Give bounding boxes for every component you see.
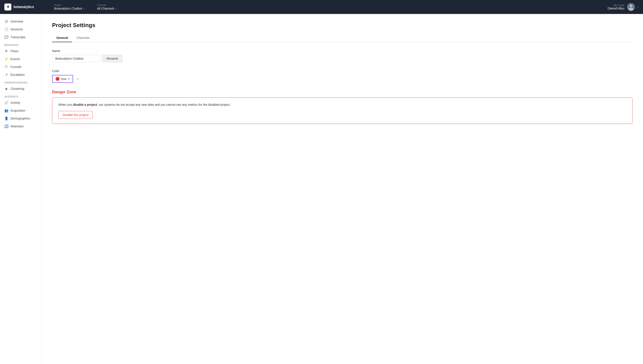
sidebar-item-sessions[interactable]: 🕐 Sessions [0,25,41,33]
section-label-understanding: UNDERSTANDING [0,79,41,85]
sidebar-item-demographics[interactable]: 👤 Demographics [0,114,41,122]
sidebar-item-activity[interactable]: 📈 Activity [0,99,41,106]
profile-info: My Profile Dawud Aliyu [607,4,624,10]
sidebar-item-flows[interactable]: ⟳ Flows [0,47,41,55]
sidebar-label-retention: Retention [11,124,24,128]
sidebar-item-events[interactable]: ⚡ Events [0,55,41,63]
escalation-icon: ↗ [4,73,8,77]
sidebar-label-clustering: Clustering [11,87,24,90]
overview-icon: ⊡ [4,20,8,24]
name-input[interactable] [52,55,100,62]
sidebar-label-transcripts: Transcripts [11,36,26,39]
svg-point-2 [628,8,633,11]
profile-label: My Profile [607,4,624,6]
color-field-group: Color Red ▾ ← [52,69,632,83]
svg-point-1 [630,4,632,7]
channel-name: All Channels [97,7,114,10]
sidebar-label-demographics: Demographics [11,117,30,120]
tabs-bar: General Channels [52,34,632,42]
main-layout: ⊡ Overview 🕐 Sessions 💬 Transcripts BEHA… [0,14,643,364]
nav-separator-2 [91,3,91,11]
profile-dropdown-arrow[interactable]: ▾ [637,6,639,8]
channel-dropdown-arrow: ▾ [116,7,117,10]
color-value-label: Red [61,77,67,80]
retention-icon: 🔄 [4,124,8,128]
color-dropdown-arrow: ▾ [68,77,70,80]
rename-button[interactable]: Rename [102,55,122,62]
profile-name: Dawud Aliyu [607,6,624,10]
project-value-row: Botanalytics Chatbot ▾ [54,7,84,10]
color-row: Red ▾ ← [52,75,632,83]
sidebar-label-overview: Overview [11,20,23,23]
avatar[interactable] [627,3,635,11]
top-navigation: ✦ botanalytics Project Botanalytics Chat… [0,0,643,14]
name-field-group: Name Rename [52,49,632,62]
danger-zone-description: When you disable a project, our systems … [58,102,626,107]
sidebar-label-sessions: Sessions [11,28,23,31]
danger-zone-highlight: disable a project [73,103,97,106]
sidebar-label-escalation: Escalation [11,73,25,76]
tab-channels[interactable]: Channels [72,34,94,42]
sidebar-label-acquisition: Acquisition [11,109,25,112]
sidebar-item-overview[interactable]: ⊡ Overview [0,18,41,25]
sidebar-item-funnels[interactable]: ▽ Funnels [0,63,41,71]
danger-zone-title: Danger Zone [52,90,632,94]
clustering-icon: ◈ [4,87,8,91]
sidebar: ⊡ Overview 🕐 Sessions 💬 Transcripts BEHA… [0,14,42,364]
sessions-icon: 🕐 [4,27,8,31]
activity-icon: 📈 [4,101,8,105]
sidebar-item-retention[interactable]: 🔄 Retention [0,122,41,130]
tab-general[interactable]: General [52,34,72,42]
channel-label: Channel [97,4,123,6]
channel-dropdown[interactable]: Channel All Channels ▾ [93,2,128,12]
funnels-icon: ▽ [4,65,8,69]
danger-zone-box: When you disable a project, our systems … [52,98,632,124]
project-dropdown[interactable]: Project Botanalytics Chatbot ▾ [50,2,89,12]
section-label-behavior: BEHAVIOR [0,41,41,47]
brand-name: botanalytics [14,5,34,9]
color-dot-red [56,77,60,81]
project-label: Project [54,4,84,6]
sidebar-item-clustering[interactable]: ◈ Clustering [0,85,41,93]
events-icon: ⚡ [4,57,8,61]
name-label: Name [52,49,632,53]
flows-icon: ⟳ [4,49,8,53]
sidebar-item-transcripts[interactable]: 💬 Transcripts [0,33,41,41]
sidebar-label-funnels: Funnels [11,65,22,68]
logo-icon: ✦ [4,4,11,10]
sidebar-label-flows: Flows [11,50,19,53]
acquisition-icon: 👥 [4,108,8,112]
demographics-icon: 👤 [4,116,8,120]
logo-area: ✦ botanalytics [4,4,46,10]
sidebar-item-acquisition[interactable]: 👥 Acquisition [0,106,41,114]
danger-zone-section: Danger Zone When you disable a project, … [52,90,632,124]
transcripts-icon: 💬 [4,35,8,39]
color-label: Color [52,69,632,73]
color-arrow-indicator: ← [76,77,80,81]
section-label-audience: AUDIENCE [0,93,41,99]
disable-project-button[interactable]: Disable this project [58,111,93,119]
page-title: Project Settings [52,22,632,28]
sidebar-item-escalation[interactable]: ↗ Escalation [0,71,41,79]
nav-right: My Profile Dawud Aliyu ▾ [607,3,639,11]
project-name: Botanalytics Chatbot [54,7,82,10]
channel-value-row: All Channels ▾ [97,7,123,10]
name-input-row: Rename [52,55,632,62]
sidebar-label-activity: Activity [11,101,20,104]
project-dropdown-arrow: ▾ [83,7,84,10]
sidebar-label-events: Events [11,57,20,61]
main-content: Project Settings General Channels Name R… [42,14,643,364]
color-picker-button[interactable]: Red ▾ [52,75,73,83]
